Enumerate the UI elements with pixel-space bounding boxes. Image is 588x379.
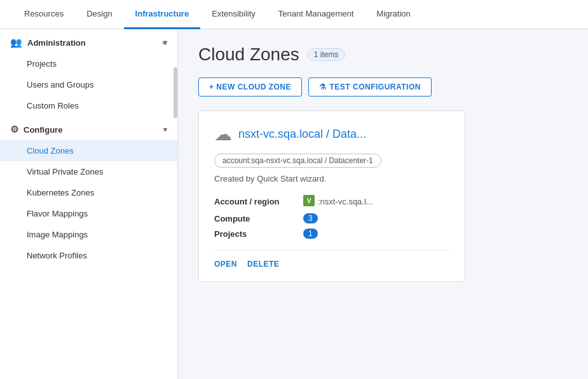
cloud-zone-title-link[interactable]: nsxt-vc.sqa.local / Data...	[238, 128, 366, 141]
configure-icon: ⚙	[10, 124, 18, 135]
card-details-table: Account / region V :nsxt-vc.sqa.l...	[214, 192, 449, 241]
nav-extensibility[interactable]: Extensibility	[200, 0, 267, 29]
vcenter-icon: V	[303, 195, 315, 208]
administration-icon: 👥	[10, 37, 22, 48]
svg-text:V: V	[307, 197, 311, 204]
nav-infrastructure[interactable]: Infrastructure	[124, 0, 201, 29]
card-actions: OPEN DELETE	[214, 260, 449, 269]
items-count-badge: 1 items	[307, 48, 346, 61]
table-row: Compute 3	[214, 211, 449, 226]
sidebar-section-administration[interactable]: 👥 Administration ▾	[0, 29, 177, 53]
sidebar-item-users-and-groups[interactable]: Users and Groups	[0, 74, 177, 95]
sidebar-item-projects[interactable]: Projects	[0, 53, 177, 74]
card-title-row: ☁ nsxt-vc.sqa.local / Data...	[214, 124, 449, 145]
sidebar-scrollbar-thumb[interactable]	[174, 67, 177, 118]
card-description: Created by Quick Start wizard.	[214, 174, 449, 183]
nav-resources[interactable]: Resources	[13, 0, 75, 29]
compute-value: 3	[303, 211, 449, 226]
configure-chevron: ▾	[163, 126, 167, 134]
account-tag: account:sqa-nsxt-vc.sqa.local / Datacent…	[214, 154, 381, 168]
new-cloud-zone-button[interactable]: + NEW CLOUD ZONE	[198, 77, 302, 96]
test-config-icon: ⚗	[319, 83, 327, 91]
page-header: Cloud Zones 1 items	[198, 44, 568, 65]
nav-tenant-management[interactable]: Tenant Management	[267, 0, 366, 29]
nav-migration[interactable]: Migration	[365, 0, 421, 29]
delete-link[interactable]: DELETE	[247, 260, 279, 269]
cloud-zone-card: ☁ nsxt-vc.sqa.local / Data... account:sq…	[198, 110, 465, 282]
sidebar-collapse-button[interactable]: «	[157, 34, 172, 50]
configure-label: Configure	[24, 125, 62, 135]
account-region-value: V :nsxt-vc.sqa.l...	[303, 192, 449, 211]
test-configuration-label: TEST CONFIGURATION	[330, 83, 421, 91]
compute-count-badge: 3	[303, 213, 318, 223]
card-divider	[214, 250, 449, 251]
table-row: Account / region V :nsxt-vc.sqa.l...	[214, 192, 449, 211]
administration-label: Administration	[27, 38, 86, 48]
sidebar-item-custom-roles[interactable]: Custom Roles	[0, 95, 177, 116]
projects-label: Projects	[214, 226, 303, 241]
account-region-label: Account / region	[214, 192, 303, 211]
open-link[interactable]: OPEN	[214, 260, 237, 269]
top-navigation: Resources Design Infrastructure Extensib…	[0, 0, 588, 29]
sidebar-item-kubernetes-zones[interactable]: Kubernetes Zones	[0, 182, 177, 203]
page-title: Cloud Zones	[198, 44, 299, 65]
sidebar-section-configure[interactable]: ⚙ Configure ▾	[0, 116, 177, 140]
cloud-zone-icon: ☁	[214, 124, 232, 145]
sidebar-item-virtual-private-zones[interactable]: Virtual Private Zones	[0, 161, 177, 182]
sidebar-scrollbar-track	[174, 29, 177, 379]
sidebar-item-cloud-zones[interactable]: Cloud Zones	[0, 140, 177, 161]
compute-label: Compute	[214, 211, 303, 226]
action-buttons: + NEW CLOUD ZONE ⚗ TEST CONFIGURATION	[198, 77, 568, 96]
sidebar-item-flavor-mappings[interactable]: Flavor Mappings	[0, 203, 177, 224]
projects-value: 1	[303, 226, 449, 241]
main-layout: « 👥 Administration ▾ Projects Users and …	[0, 29, 588, 379]
sidebar-item-image-mappings[interactable]: Image Mappings	[0, 224, 177, 245]
content-area: Cloud Zones 1 items + NEW CLOUD ZONE ⚗ T…	[178, 29, 588, 379]
test-configuration-button[interactable]: ⚗ TEST CONFIGURATION	[308, 77, 432, 96]
sidebar-item-network-profiles[interactable]: Network Profiles	[0, 245, 177, 266]
sidebar: « 👥 Administration ▾ Projects Users and …	[0, 29, 178, 379]
account-region-text: :nsxt-vc.sqa.l...	[318, 197, 373, 206]
nav-design[interactable]: Design	[75, 0, 123, 29]
table-row: Projects 1	[214, 226, 449, 241]
projects-count-badge: 1	[303, 229, 318, 239]
